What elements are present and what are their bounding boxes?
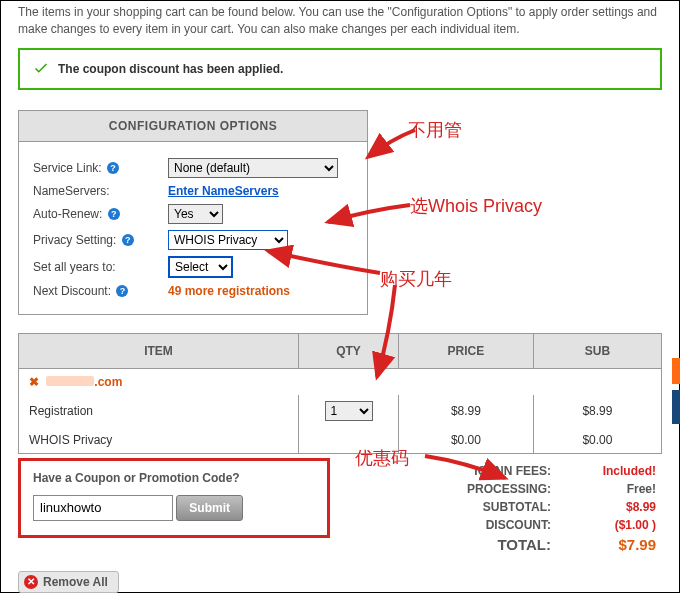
nameservers-label: NameServers:: [33, 184, 168, 198]
cart-table: ITEM QTY PRICE SUB ✖ .com Registration 1…: [18, 333, 662, 454]
next-discount-label: Next Discount: ?: [33, 284, 168, 298]
privacy-setting-select[interactable]: WHOIS Privacy: [168, 230, 288, 250]
sub-cell: $8.99: [533, 395, 661, 427]
item-cell: Registration: [19, 395, 299, 427]
coupon-box: Have a Coupon or Promotion Code? Submit: [18, 458, 330, 538]
intro-text: The items in your shopping cart can be f…: [18, 0, 662, 48]
col-item: ITEM: [19, 333, 299, 368]
auto-renew-label: Auto-Renew: ?: [33, 207, 168, 221]
annotation-2: 选Whois Privacy: [410, 194, 542, 218]
check-icon: [32, 60, 50, 78]
service-link-select[interactable]: None (default): [168, 158, 338, 178]
col-price: PRICE: [399, 333, 534, 368]
price-cell: $8.99: [399, 395, 534, 427]
col-sub: SUB: [533, 333, 661, 368]
help-icon[interactable]: ?: [107, 162, 119, 174]
item-cell: WHOIS Privacy: [19, 427, 299, 454]
set-years-select[interactable]: Select: [168, 256, 233, 278]
coupon-input[interactable]: [33, 495, 173, 521]
domain-name-cell: ✖ .com: [19, 368, 662, 395]
configuration-options-panel: CONFIGURATION OPTIONS Service Link: ? No…: [18, 110, 368, 315]
price-cell: $0.00: [399, 427, 534, 454]
table-row-domain: ✖ .com: [19, 368, 662, 395]
coupon-label: Have a Coupon or Promotion Code?: [33, 471, 315, 485]
table-row: WHOIS Privacy $0.00 $0.00: [19, 427, 662, 454]
coupon-applied-banner: The coupon discount has been applied.: [18, 48, 662, 90]
domain-blur: [46, 376, 94, 386]
banner-text: The coupon discount has been applied.: [58, 62, 283, 76]
annotation-1: 不用管: [408, 118, 462, 142]
annotation-4: 优惠码: [355, 446, 409, 470]
privacy-setting-label: Privacy Setting: ?: [33, 233, 168, 247]
auto-renew-select[interactable]: Yes: [168, 204, 223, 224]
col-qty: QTY: [299, 333, 399, 368]
sub-cell: $0.00: [533, 427, 661, 454]
set-years-label: Set all years to:: [33, 260, 168, 274]
table-row: Registration 1 $8.99 $8.99: [19, 395, 662, 427]
next-discount-value: 49 more registrations: [168, 284, 290, 298]
coupon-submit-button[interactable]: Submit: [176, 495, 243, 521]
help-icon[interactable]: ?: [122, 234, 134, 246]
remove-item-icon[interactable]: ✖: [29, 375, 39, 389]
enter-nameservers-link[interactable]: Enter NameServers: [168, 184, 279, 198]
qty-select[interactable]: 1: [325, 401, 373, 421]
help-icon[interactable]: ?: [116, 285, 128, 297]
remove-all-button[interactable]: ✕ Remove All: [18, 571, 119, 593]
config-header: CONFIGURATION OPTIONS: [19, 111, 367, 142]
annotation-3: 购买几年: [380, 267, 452, 291]
service-link-label: Service Link: ?: [33, 161, 168, 175]
help-icon[interactable]: ?: [108, 208, 120, 220]
close-icon: ✕: [24, 575, 38, 589]
summary-block: ICANN FEES:Included! PROCESSING:Free! SU…: [401, 460, 662, 557]
